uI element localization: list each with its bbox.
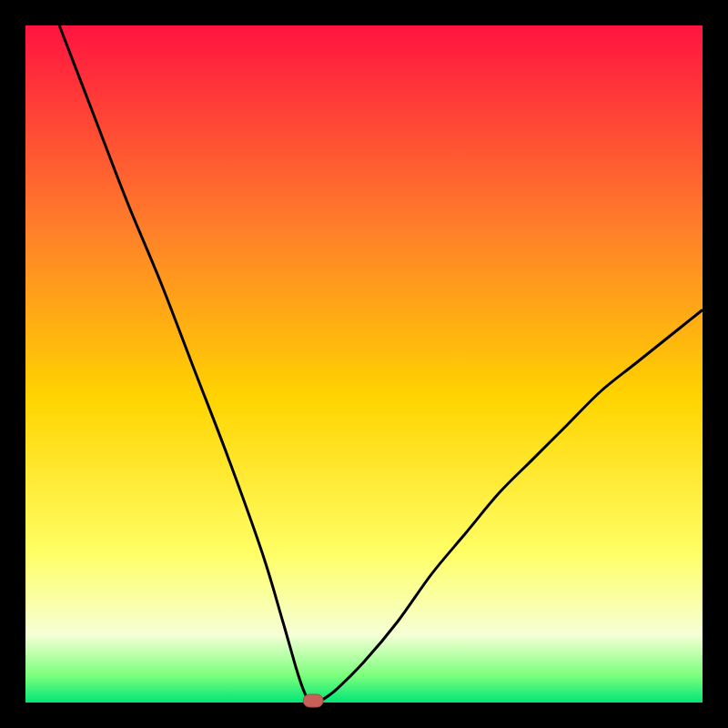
optimal-point-marker xyxy=(303,694,323,707)
plot-area xyxy=(25,25,703,703)
chart-frame: TheBottleneck.com xyxy=(0,0,728,728)
chart-svg xyxy=(0,0,728,728)
